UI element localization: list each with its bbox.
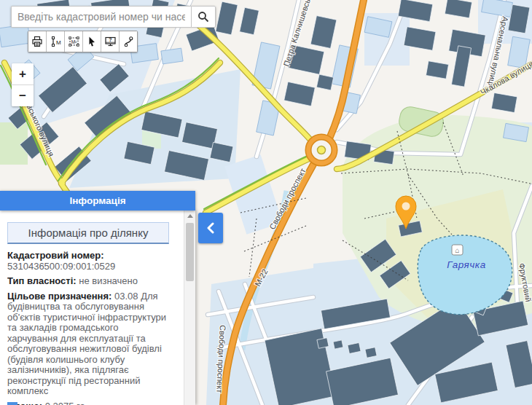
zoom-out-button[interactable]: − — [12, 84, 34, 106]
panel-partial-element — [7, 402, 17, 405]
field-value: не визначено — [79, 275, 138, 286]
identify-icon: ? — [104, 36, 117, 47]
search-bar — [11, 6, 216, 26]
identify-button[interactable]: ? — [101, 31, 120, 52]
search-icon — [197, 11, 209, 23]
panel-scrollbar[interactable] — [184, 211, 195, 405]
svg-text:М²: М² — [71, 39, 77, 44]
map-toolbar: M М² ? — [28, 31, 138, 52]
measure-length-button[interactable]: M — [47, 31, 65, 52]
zoom-in-button[interactable]: + — [12, 63, 34, 84]
route-icon — [122, 36, 135, 47]
measure-area-button[interactable]: М² — [65, 31, 83, 52]
measure-length-icon: M — [50, 36, 61, 47]
house-icon: ⌂ — [455, 246, 459, 254]
route-button[interactable] — [120, 31, 137, 52]
info-panel-header[interactable]: Інформація — [0, 191, 195, 211]
search-button[interactable] — [191, 6, 216, 28]
panel-collapse-button[interactable] — [198, 213, 223, 243]
field-value: 0.2075 га — [45, 401, 85, 405]
field-value: 03.08 Для будівництва та обслуговування … — [7, 291, 166, 397]
print-icon — [31, 36, 43, 47]
field-value: 5310436500:09:001:0529 — [7, 262, 171, 272]
print-button[interactable] — [28, 31, 47, 52]
field-ownership-type: Тип власності: не визначено — [7, 276, 171, 287]
water-label-harachka: Гарячка — [447, 259, 485, 270]
scrollbar-thumb[interactable] — [186, 223, 194, 281]
info-panel: Інформація про ділянку Кадастровий номер… — [0, 211, 195, 405]
zoom-controls: + − — [12, 63, 34, 106]
parcel-fields: Кадастровий номер: 5310436500:09:001:052… — [7, 251, 171, 405]
chevron-left-icon — [206, 222, 215, 234]
scroll-up-icon — [187, 214, 193, 218]
measure-area-icon: М² — [68, 36, 80, 47]
parcel-info-title: Інформація про ділянку — [7, 222, 169, 244]
field-label: Тип власності: — [7, 275, 77, 286]
field-area: Площа: 0.2075 га — [7, 401, 171, 405]
field-cadastral-number: Кадастровий номер: 5310436500:09:001:052… — [7, 251, 171, 272]
field-label: Кадастровий номер: — [7, 251, 171, 262]
info-panel-content: Інформація про ділянку Кадастровий номер… — [7, 211, 171, 405]
svg-text:M: M — [56, 39, 61, 46]
search-input[interactable] — [11, 6, 191, 28]
cursor-tool-button[interactable] — [83, 31, 101, 52]
cadastral-map-app: Петра Калнишевського евського вулиця Арс… — [0, 0, 532, 405]
house-poi[interactable]: ⌂ — [452, 245, 463, 255]
svg-text:?: ? — [109, 37, 112, 42]
cursor-icon — [86, 36, 98, 47]
scroll-up-button[interactable] — [184, 211, 195, 221]
field-designated-use: Цільове призначення: 03.08 Для будівницт… — [7, 291, 171, 397]
field-label: Цільове призначення: — [7, 291, 112, 302]
